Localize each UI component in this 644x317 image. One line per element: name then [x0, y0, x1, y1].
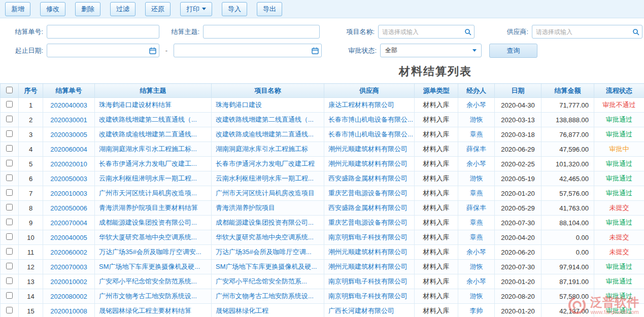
settlement-no-link[interactable]: 2020050006: [43, 201, 95, 216]
settlement-topic-link[interactable]: 改建铁路线增建第二线直通线（...: [95, 113, 212, 127]
settlement-no-input[interactable]: [47, 25, 159, 39]
edit-button[interactable]: 修改: [40, 2, 65, 16]
supplier-link[interactable]: 潮州元顺建筑材料有限公司: [324, 260, 415, 274]
select-all-checkbox[interactable]: [6, 87, 13, 93]
supplier-link[interactable]: 康达工程材料有限公司: [324, 98, 415, 113]
settlement-topic-link[interactable]: 青海洪湖养护院项目主要材料结算: [95, 201, 212, 216]
table-row: 52020020010长春市伊通河水力发电厂改建工...长春市伊通河水力发电厂改…: [1, 157, 644, 171]
end-date-calendar-icon[interactable]: [312, 47, 319, 54]
restore-button[interactable]: 还原: [145, 2, 171, 16]
settlement-topic-link[interactable]: SM广场地下车库更换摄像机及硬...: [95, 260, 212, 274]
export-button[interactable]: 导出: [257, 2, 282, 16]
supplier-link[interactable]: 南京明辉电子科技有限公司: [324, 274, 415, 289]
row-checkbox[interactable]: [6, 248, 13, 255]
settlement-topic-link[interactable]: 成都能源建设集团投资有限公司...: [95, 216, 212, 230]
end-date-input[interactable]: [174, 44, 322, 57]
checkbox-cell: [1, 186, 19, 201]
supplier-search-icon[interactable]: [632, 28, 639, 36]
settlement-no-link[interactable]: 2020080002: [43, 289, 95, 304]
row-checkbox[interactable]: [6, 307, 13, 313]
supplier-link[interactable]: 西安盛路金属材料有限公司: [324, 171, 415, 186]
project-name-link[interactable]: 青海洪湖养护院项目: [212, 201, 324, 216]
project-name-link[interactable]: 改建铁路成渝线增建第二直通线...: [212, 127, 324, 142]
import-button[interactable]: 导入: [222, 2, 247, 16]
project-name-link[interactable]: 晟铭园林绿化工程: [212, 304, 324, 317]
settlement-no-link[interactable]: 2020060004: [43, 142, 95, 157]
supplier-link[interactable]: 重庆艺普电源设备有限公司: [324, 186, 415, 201]
start-date-calendar-icon[interactable]: [149, 47, 156, 54]
row-checkbox[interactable]: [6, 116, 13, 122]
settlement-no-link[interactable]: 2020040005: [43, 230, 95, 245]
project-search-icon[interactable]: [464, 28, 471, 36]
add-button[interactable]: 新增: [5, 2, 30, 16]
project-name-link[interactable]: 改建铁路线增建第二线直通线（...: [212, 113, 324, 127]
settlement-no-link[interactable]: 2020050003: [43, 171, 95, 186]
page-title: 材料结算列表: [399, 64, 472, 79]
row-checkbox[interactable]: [6, 101, 13, 108]
supplier-link[interactable]: 南京明辉电子科技有限公司: [324, 289, 415, 304]
project-name-link[interactable]: SM广场地下车库更换摄像机及硬...: [212, 260, 324, 274]
project-name-link[interactable]: 成都能源建设集团投资有限公司...: [212, 216, 324, 230]
row-checkbox[interactable]: [6, 219, 13, 225]
settlement-topic-link[interactable]: 湖南洞庭湖水库引水工程施工标...: [95, 142, 212, 157]
settlement-topic-link[interactable]: 广州市天河区统计局机房改造项...: [95, 186, 212, 201]
supplier-input[interactable]: [532, 25, 642, 39]
amount-cell: 71,777.00: [541, 98, 594, 113]
project-name-link[interactable]: 云南水利枢纽潜明水库一期工程...: [212, 171, 324, 186]
supplier-link[interactable]: 广西长河建材有限公司: [324, 304, 415, 317]
project-name-link[interactable]: 湖南洞庭湖水库引水工程施工标: [212, 142, 324, 157]
settlement-no-link[interactable]: 2020010008: [43, 304, 95, 317]
project-name-input[interactable]: [378, 25, 474, 39]
filter-button[interactable]: 过滤: [110, 2, 135, 16]
settlement-no-link[interactable]: 2020060002: [43, 245, 95, 260]
supplier-link[interactable]: 南京明辉电子科技有限公司: [324, 230, 415, 245]
row-checkbox[interactable]: [6, 204, 13, 210]
supplier-link[interactable]: 重庆艺普电源设备有限公司: [324, 216, 415, 230]
row-checkbox[interactable]: [6, 174, 13, 181]
settlement-topic-link[interactable]: 广安邓小平纪念馆安全防范系统...: [95, 274, 212, 289]
settlement-topic-link[interactable]: 晟铭园林绿化工程主要材料结算: [95, 304, 212, 317]
settlement-topic-input[interactable]: [203, 25, 320, 39]
settlement-topic-link[interactable]: 改建铁路成渝线增建第二直通线...: [95, 127, 212, 142]
settlement-topic-link[interactable]: 长春市伊通河水力发电厂改建工...: [95, 157, 212, 171]
settlement-topic-link[interactable]: 云南水利枢纽潜明水库一期工程...: [95, 171, 212, 186]
print-button[interactable]: 打印: [180, 2, 212, 16]
project-name-link[interactable]: 华软大厦研究基地中央空调系统...: [212, 230, 324, 245]
settlement-no-link[interactable]: 2020040003: [43, 98, 95, 113]
row-checkbox[interactable]: [6, 130, 13, 137]
supplier-link[interactable]: 潮州元顺建筑材料有限公司: [324, 245, 415, 260]
project-name-link[interactable]: 广州市天河区统计局机房改造项目: [212, 186, 324, 201]
project-name-link[interactable]: 广安邓小平纪念馆安全防范系...: [212, 274, 324, 289]
settlement-topic-link[interactable]: 万达广场35#会所及咖啡厅空调安...: [95, 245, 212, 260]
row-checkbox[interactable]: [6, 145, 13, 152]
settlement-topic-link[interactable]: 珠海鹤港口建设材料结算: [95, 98, 212, 113]
settlement-no-link[interactable]: 2020020010: [43, 157, 95, 171]
approval-status-select[interactable]: 全部: [380, 44, 482, 57]
supplier-link[interactable]: 长春市博山机电设备有限公...: [324, 113, 415, 127]
settlement-no-link[interactable]: 2020070003: [43, 260, 95, 274]
delete-button[interactable]: 删除: [75, 2, 100, 16]
row-checkbox[interactable]: [6, 189, 13, 196]
settlement-no-link[interactable]: 2020030005: [43, 127, 95, 142]
row-checkbox[interactable]: [6, 233, 13, 240]
settlement-no-link[interactable]: 2020070004: [43, 216, 95, 230]
row-checkbox[interactable]: [6, 263, 13, 269]
supplier-link[interactable]: 潮州元顺建筑材料有限公司: [324, 157, 415, 171]
settlement-no-link[interactable]: 2020010002: [43, 274, 95, 289]
row-checkbox[interactable]: [6, 277, 13, 284]
settlement-no-link[interactable]: 2020010003: [43, 186, 95, 201]
project-name-link[interactable]: 珠海鹤港口建设: [212, 98, 324, 113]
supplier-link[interactable]: 潮州元顺建筑材料有限公司: [324, 142, 415, 157]
supplier-link[interactable]: 西安盛路金属材料有限公司: [324, 201, 415, 216]
settlement-topic-link[interactable]: 广州市文物考古工地安防系统设...: [95, 289, 212, 304]
row-checkbox[interactable]: [6, 160, 13, 166]
project-name-link[interactable]: 长春市伊通河水力发电厂改建工程: [212, 157, 324, 171]
project-name-link[interactable]: 万达广场35#会所及咖啡厅空调...: [212, 245, 324, 260]
supplier-link[interactable]: 长春市博山机电设备有限公...: [324, 127, 415, 142]
query-button[interactable]: 查询: [489, 44, 537, 58]
settlement-topic-link[interactable]: 华软大厦研究基地中央空调系统...: [95, 230, 212, 245]
settlement-no-link[interactable]: 2020030001: [43, 113, 95, 127]
row-checkbox[interactable]: [6, 292, 13, 299]
start-date-input[interactable]: [47, 44, 159, 57]
project-name-link[interactable]: 广州市文物考古工地安防系统设...: [212, 289, 324, 304]
